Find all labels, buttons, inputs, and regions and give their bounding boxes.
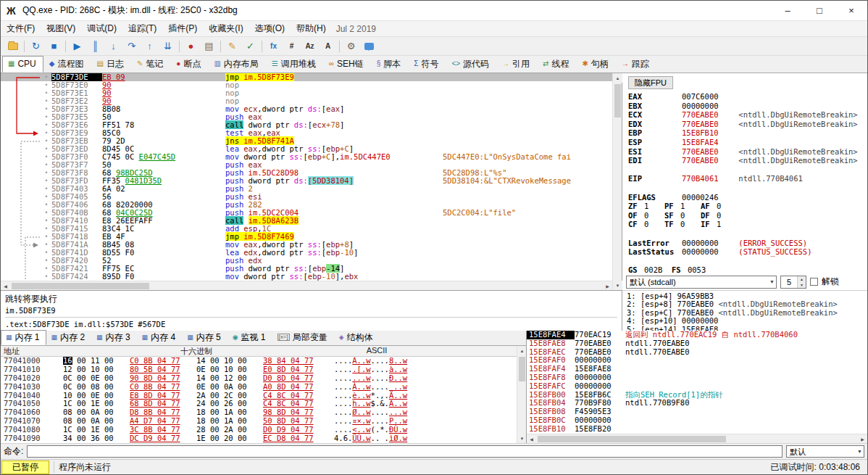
breakpoint-dot[interactable]: •	[41, 121, 51, 129]
breakpoint-dot[interactable]: •	[41, 193, 51, 201]
breakpoint-dot[interactable]: •	[41, 73, 51, 81]
disasm-row[interactable]: •5D8F73E190nop	[1, 89, 612, 97]
scroll-down-arrow[interactable]: ▼	[613, 281, 622, 290]
disasm-row[interactable]: •5D8F741D8D55 F0lea edx,dword ptr ss:[eb…	[1, 249, 612, 257]
bottom-tab-dump4[interactable]: ▦内存 4	[137, 330, 183, 345]
disasm-row[interactable]: •5D8F740556push esi	[1, 193, 612, 201]
disasm-row[interactable]: •5D8F73FDFF35 0481D35Dpush dword ptr ds:…	[1, 177, 612, 185]
breakpoint-dot[interactable]: •	[41, 105, 51, 113]
stack-row[interactable]: 15E8FB1015E8FB20	[527, 425, 867, 434]
case-button[interactable]: Az	[301, 38, 319, 54]
scroll-thumb[interactable]	[538, 436, 726, 442]
breakpoint-dot[interactable]: •	[41, 257, 51, 265]
restart-button[interactable]: ↻	[27, 38, 45, 54]
hide-fpu-button[interactable]: 隐藏FPU	[628, 76, 673, 89]
view-tab-handles[interactable]: ✱句柄	[576, 56, 615, 73]
chat-button[interactable]	[360, 38, 378, 54]
menu-item[interactable]: 调试(D)	[81, 21, 122, 36]
register-row[interactable]: ESI770EABE0 <ntdll.DbgUiRemoteBreakin>	[628, 147, 866, 157]
register-row[interactable]: EIP770B4061 ntdll.770B4061	[628, 174, 866, 183]
menu-item[interactable]: 视图(V)	[41, 21, 81, 36]
open-file-button[interactable]	[4, 38, 22, 54]
breakpoint-dot[interactable]: •	[41, 145, 51, 153]
disasm-row[interactable]: •5D8F73F750push eax	[1, 161, 612, 169]
stack-row[interactable]: 15E8FAFC00000000	[527, 382, 867, 391]
disasm-row[interactable]: •5D8F74036A 02push 2	[1, 185, 612, 193]
menu-item[interactable]: 选项(O)	[249, 21, 291, 36]
memory-map-button[interactable]: ▤	[200, 38, 218, 54]
hash-button[interactable]: #	[283, 38, 301, 54]
flags-row[interactable]: CF 0 TF 0 IF 1	[628, 220, 866, 229]
view-tab-notes[interactable]: ✎笔记	[131, 56, 170, 73]
bottom-tab-dump1[interactable]: ▦内存 1	[1, 330, 46, 345]
bottom-tab-dump2[interactable]: ▦内存 2	[46, 330, 92, 345]
pause-button[interactable]: ║	[86, 38, 104, 54]
unlock-checkbox[interactable]	[810, 278, 818, 286]
step-out-button[interactable]: ↑	[141, 38, 159, 54]
register-row[interactable]: LastError00000000 (ERROR_SUCCESS)	[628, 239, 866, 248]
register-row[interactable]: ESP15E8FAE4	[628, 138, 866, 147]
menu-item[interactable]: 帮助(H)	[291, 21, 332, 36]
maximize-button[interactable]: □	[804, 1, 835, 21]
disasm-row[interactable]: •5D8F73E090nop	[1, 81, 612, 89]
bottom-tab-watch1[interactable]: ◉监视 1	[228, 330, 272, 345]
memory-row[interactable]: 7704109034 00 36 00DC D9 04 771E 00 20 0…	[1, 434, 517, 443]
flags-row[interactable]: OF 0 SF 0 DF 0	[628, 211, 866, 220]
command-profile-select[interactable]: 默认 ▼	[786, 445, 864, 458]
disasm-row[interactable]: •5D8F7424895D F0mov dword ptr ss:[ebp-10…	[1, 273, 612, 281]
register-row[interactable]: EBX00000000	[628, 102, 866, 111]
disasm-row[interactable]: •5D8F73DEEB 09jmp im.5D8F73E9	[1, 73, 612, 81]
disasm-row[interactable]: •5D8F741583C4 1Cadd esp,1C	[1, 225, 612, 233]
breakpoint-dot[interactable]: •	[41, 137, 51, 145]
breakpoint-dot[interactable]: •	[41, 169, 51, 177]
register-row[interactable]: EFLAGS00000246	[628, 193, 866, 202]
breakpoint-dot[interactable]: •	[41, 177, 51, 185]
breakpoint-dot[interactable]: •	[41, 233, 51, 241]
memory-row[interactable]: 770410200C 00 0E 0090 8D 04 7714 00 12 0…	[1, 374, 517, 383]
find-button[interactable]: A	[319, 38, 337, 54]
register-row[interactable]: EDX770EABE0 <ntdll.DbgUiRemoteBreakin>	[628, 120, 866, 129]
view-tab-threads[interactable]: ⇄线程	[537, 56, 576, 73]
breakpoint-dot[interactable]: •	[41, 161, 51, 169]
bottom-tab-struct[interactable]: ◈结构体	[334, 330, 380, 345]
breakpoint-dot[interactable]: •	[41, 273, 51, 281]
breakpoint-dot[interactable]: •	[41, 209, 51, 217]
view-tab-seh[interactable]: ∞SEH链	[323, 56, 371, 73]
view-tab-script[interactable]: §脚本	[371, 56, 409, 73]
flags-row[interactable]: GS 002B FS 0053	[628, 265, 866, 275]
disasm-row[interactable]: •5D8F7410E8 26EEFAFFcall im.5D8A623B	[1, 217, 612, 225]
memory-row[interactable]: 770410300C 00 08 00C0 8B 04 770E 00 0A 0…	[1, 383, 517, 392]
register-row[interactable]: EDI770EABE0 <ntdll.DbgUiRemoteBreakin>	[628, 156, 866, 165]
view-tab-call-stack[interactable]: ☰调用堆栈	[266, 56, 323, 73]
bottom-tab-dump3[interactable]: ▦内存 3	[91, 330, 137, 345]
close-button[interactable]: ×	[835, 1, 867, 21]
argument-count-stepper[interactable]: 5 ▲ ▼	[780, 276, 806, 289]
disasm-row[interactable]: •5D8F73F0C745 0C E047C45Dmov dword ptr s…	[1, 153, 612, 161]
stepper-down-icon[interactable]: ▼	[798, 282, 806, 288]
disasm-row[interactable]: •5D8F73E6FF51 78call dword ptr ds:[ecx+7…	[1, 121, 612, 129]
compare-button[interactable]: ✓	[241, 38, 259, 54]
step-over-button[interactable]: ↷	[122, 38, 141, 54]
breakpoint-dot[interactable]: •	[41, 265, 51, 273]
settings-button[interactable]: ⚙	[342, 38, 360, 54]
calling-convention-select[interactable]: 默认 (stdcall) ▼	[626, 276, 777, 289]
view-tab-cpu[interactable]: ▦CPU	[2, 56, 43, 73]
breakpoint-dot[interactable]: •	[41, 217, 51, 225]
breakpoint-dot[interactable]: •	[41, 201, 51, 209]
memory-row[interactable]: 7704101012 00 10 0080 5B 04 770E 00 10 0…	[1, 365, 517, 374]
step-into-button[interactable]: ↓	[104, 38, 122, 54]
view-tab-log[interactable]: ▤日志	[91, 56, 131, 73]
bottom-tab-dump5[interactable]: ▦内存 5	[182, 330, 228, 345]
disassembly-vscrollbar[interactable]: ▲ ▼	[612, 73, 622, 290]
breakpoint-dot[interactable]: •	[41, 89, 51, 97]
view-tab-symbols[interactable]: Σ符号	[408, 56, 446, 73]
breakpoint-dot[interactable]: •	[41, 241, 51, 249]
disasm-row[interactable]: •5D8F740B68 04C0C25Dpush im.5DC2C0045DC2…	[1, 209, 612, 217]
breakpoint-dot[interactable]: •	[41, 81, 51, 89]
scroll-up-arrow[interactable]: ▲	[613, 73, 622, 83]
disassembly-hscrollbar[interactable]: ◀ ▶	[1, 281, 612, 290]
view-tab-source[interactable]: <>源代码	[446, 56, 496, 73]
minimize-button[interactable]: –	[772, 1, 804, 21]
view-tab-graph[interactable]: ◆流程图	[43, 56, 91, 73]
flags-row[interactable]: ZF 1 PF 1 AF 0	[628, 202, 866, 211]
